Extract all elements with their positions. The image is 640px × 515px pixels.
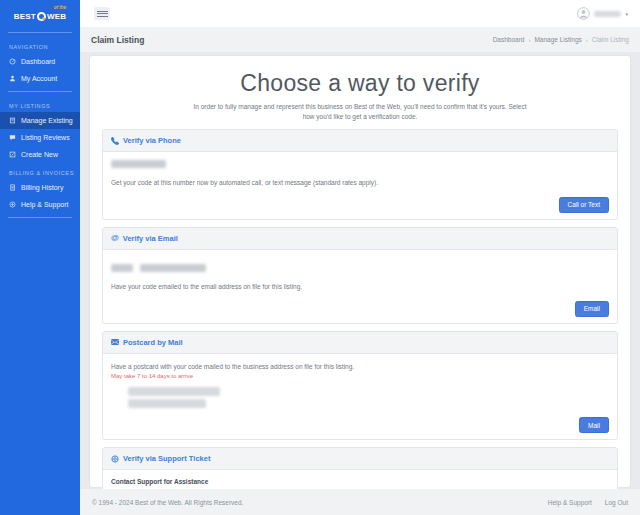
email-local-redacted (111, 264, 133, 272)
chevron-down-icon: ▾ (625, 11, 628, 17)
logo-best: BEST (14, 12, 36, 21)
phone-icon (111, 137, 119, 145)
breadcrumb-current: Claim Listing (592, 36, 629, 43)
verify-card-description: Have a postcard with your code mailed to… (111, 362, 609, 372)
sidebar-item-manage-existing[interactable]: Manage Existing (0, 112, 80, 129)
verify-card-postcard: Postcard by Mail Have a postcard with yo… (102, 331, 618, 441)
help-icon (9, 201, 16, 208)
verify-card-title: Verify via Support Ticket (123, 454, 210, 463)
menu-icon[interactable] (94, 7, 110, 20)
call-or-text-button[interactable]: Call or Text (559, 197, 609, 213)
content: Choose a way to verify In order to fully… (80, 52, 640, 489)
footer-help-support-link[interactable]: Help & Support (548, 499, 592, 506)
verify-card-support: Verify via Support Ticket Contact Suppor… (102, 447, 618, 489)
sidebar-item-help-support[interactable]: Help & Support (0, 196, 80, 213)
sidebar-item-label: Listing Reviews (21, 134, 70, 141)
divider (8, 217, 72, 218)
user-menu[interactable]: ▾ (577, 7, 628, 20)
verify-card-support-header: Verify via Support Ticket (103, 448, 617, 470)
sidebar-section-my-listings: MY LISTINGS (9, 103, 80, 109)
sidebar-section-billing: BILLING & INVOICES (9, 170, 80, 176)
page-header: Claim Listing Dashboard › Manage Listing… (80, 27, 640, 52)
sidebar-item-label: My Account (21, 75, 57, 82)
topbar: ▾ (80, 0, 640, 27)
breadcrumb: Dashboard › Manage Listings › Claim List… (493, 36, 629, 43)
verify-panel: Choose a way to verify In order to fully… (90, 56, 630, 487)
support-subheading: Contact Support for Assistance (111, 478, 609, 485)
avatar-icon (577, 7, 590, 20)
verify-card-phone-body: Get your code at this number now by auto… (103, 152, 617, 219)
verify-card-email-body: Have your code emailed to the email addr… (103, 250, 617, 323)
sidebar-item-label: Manage Existing (21, 117, 73, 124)
breadcrumb-dashboard[interactable]: Dashboard (493, 36, 525, 43)
sidebar-item-dashboard[interactable]: Dashboard (0, 53, 80, 70)
gauge-icon (9, 58, 16, 65)
phone-number-redacted (111, 160, 166, 168)
verify-card-phone: Verify via Phone Get your code at this n… (102, 129, 618, 220)
verify-card-email-header: @ Verify via Email (103, 228, 617, 250)
create-icon (9, 151, 16, 158)
copyright: © 1994 - 2024 Best of the Web. All Right… (92, 499, 243, 506)
verify-card-description: Have your code emailed to the email addr… (111, 282, 609, 292)
breadcrumb-separator: › (528, 37, 530, 43)
divider (8, 91, 72, 92)
lifering-icon (111, 455, 119, 463)
verify-card-support-body: Contact Support for Assistance If you no… (103, 470, 617, 489)
verify-title: Choose a way to verify (102, 70, 618, 97)
divider (8, 32, 72, 33)
invoice-icon (9, 184, 16, 191)
user-name-redacted (594, 11, 621, 17)
sidebar-item-create-new[interactable]: Create New (0, 146, 80, 163)
sidebar-item-label: Dashboard (21, 58, 55, 65)
sidebar-item-label: Help & Support (21, 201, 68, 208)
sidebar-item-label: Billing History (21, 184, 63, 191)
sidebar-item-listing-reviews[interactable]: Listing Reviews (0, 129, 80, 146)
sidebar-item-billing-history[interactable]: Billing History (0, 179, 80, 196)
chat-icon (9, 134, 16, 141)
verify-card-description: Get your code at this number now by auto… (111, 178, 609, 188)
breadcrumb-separator: › (586, 37, 588, 43)
verify-card-title: Verify via Email (123, 234, 178, 243)
address-line2-redacted (128, 399, 206, 408)
logo-ring-icon (37, 12, 46, 21)
verify-card-email: @ Verify via Email Have your code emaile… (102, 227, 618, 324)
verify-card-phone-header: Verify via Phone (103, 130, 617, 152)
footer-log-out-link[interactable]: Log Out (605, 499, 628, 506)
verify-card-postcard-body: Have a postcard with your code mailed to… (103, 354, 617, 440)
logo-web: WEB (47, 12, 66, 21)
breadcrumb-manage-listings[interactable]: Manage Listings (534, 36, 581, 43)
email-domain-redacted (140, 264, 206, 272)
address-line1-redacted (128, 387, 220, 396)
delivery-time-note: May take 7 to 14 days to arrive (111, 373, 609, 379)
mail-button[interactable]: Mail (579, 417, 609, 433)
footer: © 1994 - 2024 Best of the Web. All Right… (80, 489, 640, 515)
at-icon: @ (111, 234, 119, 242)
email-button[interactable]: Email (575, 301, 609, 317)
verify-card-postcard-header: Postcard by Mail (103, 332, 617, 354)
main-area: ▾ Claim Listing Dashboard › Manage Listi… (80, 0, 640, 515)
envelope-icon (111, 338, 119, 346)
sidebar-item-label: Create New (21, 151, 58, 158)
verify-subtitle: In order to fully manage and represent t… (188, 102, 533, 122)
person-icon (9, 75, 16, 82)
botw-logo[interactable]: BEST WEB of the (0, 4, 80, 28)
logo-of-the: of the (54, 5, 66, 10)
page-title: Claim Listing (91, 35, 144, 45)
sidebar-item-my-account[interactable]: My Account (0, 70, 80, 87)
sidebar-section-navigation: NAVIGATION (9, 44, 80, 50)
business-address-redacted (128, 387, 609, 408)
building-icon (9, 117, 16, 124)
verify-card-title: Verify via Phone (123, 136, 181, 145)
verify-card-title: Postcard by Mail (123, 338, 183, 347)
sidebar: BEST WEB of the NAVIGATION Dashboard My … (0, 0, 80, 515)
